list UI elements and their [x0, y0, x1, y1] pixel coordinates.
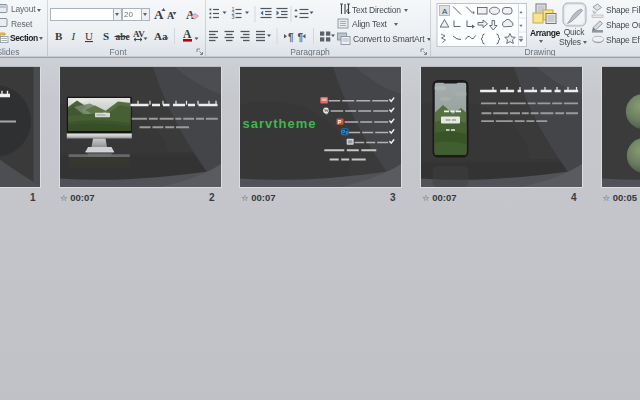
svg-text:Aa: Aa	[154, 30, 168, 42]
svg-text:A: A	[167, 10, 175, 21]
svg-text:B: B	[55, 30, 63, 42]
svg-text:AV: AV	[133, 29, 145, 39]
svg-text:U: U	[85, 30, 93, 42]
svg-text:Ps: Ps	[343, 129, 349, 134]
svg-text:3: 3	[232, 14, 235, 20]
svg-text:P: P	[338, 118, 342, 124]
svg-text:S: S	[103, 30, 109, 42]
svg-text:W: W	[324, 108, 329, 113]
svg-text:I: I	[71, 30, 77, 42]
svg-text:A: A	[183, 28, 192, 40]
svg-text:sarvtheme: sarvtheme	[243, 115, 317, 130]
svg-text:A: A	[154, 7, 164, 22]
svg-text:¶: ¶	[298, 32, 304, 43]
svg-text:¶: ¶	[288, 32, 294, 43]
svg-text:A: A	[442, 7, 448, 16]
